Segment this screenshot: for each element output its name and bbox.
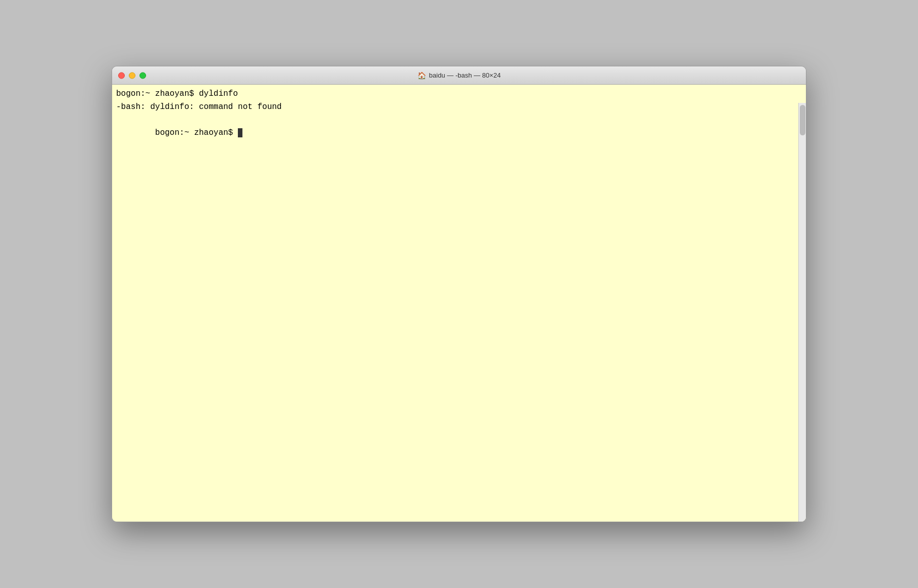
scrollbar-track[interactable] (798, 103, 806, 522)
close-button[interactable] (118, 72, 125, 79)
terminal-cursor (238, 128, 242, 137)
terminal-line-2: -bash: dyldinfo: command not found (116, 101, 802, 114)
window-title: 🏠 baidu — -bash — 80×24 (417, 71, 501, 80)
terminal-line-1: bogon:~ zhaoyan$ dyldinfo (116, 88, 802, 101)
maximize-button[interactable] (139, 72, 146, 79)
terminal-line-3: bogon:~ zhaoyan$ (116, 114, 802, 153)
traffic-lights[interactable] (118, 72, 146, 79)
home-icon: 🏠 (417, 71, 426, 80)
prompt-text: bogon:~ zhaoyan$ (155, 128, 238, 137)
title-text: baidu — -bash — 80×24 (429, 71, 501, 79)
terminal-window[interactable]: 🏠 baidu — -bash — 80×24 bogon:~ zhaoyan$… (112, 66, 806, 522)
terminal-body[interactable]: bogon:~ zhaoyan$ dyldinfo -bash: dyldinf… (112, 85, 806, 522)
minimize-button[interactable] (129, 72, 135, 79)
scrollbar-thumb[interactable] (800, 105, 805, 135)
titlebar: 🏠 baidu — -bash — 80×24 (112, 66, 806, 85)
